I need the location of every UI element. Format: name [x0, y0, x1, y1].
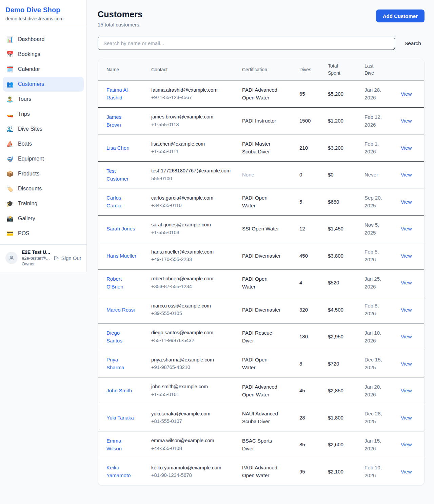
customer-last-dive: Dec 15, 2025 [364, 356, 386, 372]
customer-email: yuki.tanaka@example.com [151, 410, 231, 417]
view-customer-link[interactable]: View [401, 307, 412, 313]
sidebar-item-gallery[interactable]: 📸 Gallery [3, 211, 84, 226]
sidebar-item-pos[interactable]: 💳 POS [3, 226, 84, 241]
customer-certification: None [242, 171, 254, 179]
customer-phone: +39-555-0105 [151, 310, 234, 317]
customer-phone: +81-555-0107 [151, 417, 234, 425]
customer-last-dive: Feb 5, 2026 [364, 248, 386, 264]
customer-name-link[interactable]: Emma Wilson [106, 437, 137, 453]
sidebar-item-discounts[interactable]: 🏷️ Discounts [3, 181, 84, 196]
table-row: Diego Santos diego.santos@example.com +5… [98, 323, 424, 350]
sidebar-item-equipment[interactable]: 🤿 Equipment [3, 151, 84, 166]
customer-name-link[interactable]: John Smith [106, 387, 132, 394]
customer-name-link[interactable]: Test Customer [106, 167, 137, 183]
tours-icon: 🏝️ [6, 96, 14, 102]
customer-certification: PADI Advanced Open Water [242, 86, 282, 102]
boats-icon: ⛵ [6, 141, 14, 147]
customer-dives: 95 [295, 458, 324, 485]
customer-name-link[interactable]: Yuki Tanaka [106, 414, 134, 422]
column-header-dives: Dives [295, 59, 324, 80]
view-customer-link[interactable]: View [401, 361, 412, 367]
sidebar-item-bookings[interactable]: 📅 Bookings [3, 47, 84, 62]
table-row: Emma Wilson emma.wilson@example.com +44-… [98, 431, 424, 458]
sidebar-item-customers[interactable]: 👥 Customers [3, 77, 84, 92]
products-icon: 📦 [6, 171, 14, 177]
customer-certification: PADI Divemaster [242, 252, 281, 260]
customer-name-link[interactable]: Carlos Garcia [106, 194, 137, 210]
view-customer-link[interactable]: View [401, 253, 412, 259]
customer-name-link[interactable]: Diego Santos [106, 329, 137, 345]
customer-name-link[interactable]: Hans Mueller [106, 252, 136, 260]
dashboard-icon: 📊 [6, 37, 14, 42]
customer-name-link[interactable]: Priya Sharma [106, 356, 137, 372]
sign-out-label: Sign Out [61, 255, 81, 261]
customer-email: robert.obrien@example.com [151, 275, 231, 282]
customer-name-link[interactable]: Sarah Jones [106, 225, 135, 232]
customer-certification: PADI Instructor [242, 117, 276, 125]
add-customer-button[interactable]: Add Customer [376, 10, 425, 22]
customer-name-link[interactable]: Keiko Yamamoto [106, 464, 137, 480]
sidebar-item-training[interactable]: 🎓 Training [3, 196, 84, 211]
view-customer-link[interactable]: View [401, 145, 412, 151]
customers-table: Name Contact Certification Dives Total S… [98, 59, 424, 485]
customer-phone: +353-87-555-1234 [151, 283, 234, 290]
customer-dives: 210 [295, 134, 324, 162]
customer-phone: +1-555-0113 [151, 121, 234, 128]
page-title: Customers [98, 10, 142, 19]
column-header-total-spent: Total Spent [324, 59, 360, 80]
view-customer-link[interactable]: View [401, 415, 412, 421]
customer-email: marco.rossi@example.com [151, 302, 231, 310]
view-customer-link[interactable]: View [401, 226, 412, 231]
customer-name-link[interactable]: Robert O'Brien [106, 275, 137, 291]
sidebar-item-dashboard[interactable]: 📊 Dashboard [3, 32, 84, 47]
sidebar-item-products[interactable]: 📦 Products [3, 166, 84, 181]
customer-name-link[interactable]: James Brown [106, 113, 137, 129]
customer-total-spent: $2,950 [324, 323, 360, 350]
customer-email: carlos.garcia@example.com [151, 194, 231, 202]
sidebar-item-calendar[interactable]: 🗓️ Calendar [3, 62, 84, 77]
sidebar-item-dive-sites[interactable]: 🌊 Dive Sites [3, 122, 84, 136]
user-role: Owner [22, 261, 49, 266]
customer-certification: SSI Open Water [242, 225, 279, 232]
customer-certification: PADI Open Water [242, 356, 282, 372]
customer-last-dive: Jan 28, 2026 [364, 86, 386, 102]
view-customer-link[interactable]: View [401, 199, 412, 205]
customer-name-link[interactable]: Marco Rossi [106, 306, 135, 314]
customer-dives: 45 [295, 377, 324, 404]
customer-last-dive: Feb 1, 2026 [364, 140, 386, 156]
table-row: Lisa Chen lisa.chen@example.com +1-555-0… [98, 134, 424, 162]
view-customer-link[interactable]: View [401, 469, 412, 474]
customer-phone: +55-11-99876-5432 [151, 337, 234, 344]
view-customer-link[interactable]: View [401, 172, 412, 178]
view-customer-link[interactable]: View [401, 334, 412, 339]
customer-last-dive: Jan 20, 2026 [364, 383, 386, 399]
table-row: Test Customer test-1772681807767@example… [98, 161, 424, 188]
customer-name-link[interactable]: Fatima Al-Rashid [106, 86, 137, 102]
search-input[interactable] [98, 37, 395, 50]
customer-total-spent: $720 [324, 350, 360, 377]
customer-phone: 555-0100 [151, 175, 234, 182]
view-customer-link[interactable]: View [401, 442, 412, 447]
table-row: Sarah Jones sarah.jones@example.com +1-5… [98, 215, 424, 242]
brand-domain: demo.test.divestreams.com [5, 16, 81, 21]
sidebar-item-tours[interactable]: 🏝️ Tours [3, 92, 84, 107]
search-button[interactable]: Search [405, 40, 425, 46]
customer-total-spent: $2,850 [324, 377, 360, 404]
sign-out-button[interactable]: Sign Out [53, 255, 81, 261]
customer-email: sarah.jones@example.com [151, 221, 231, 228]
view-customer-link[interactable]: View [401, 280, 412, 285]
view-customer-link[interactable]: View [401, 388, 412, 393]
brand-name: Demo Dive Shop [5, 6, 81, 14]
view-customer-link[interactable]: View [401, 91, 412, 97]
sidebar-item-trips[interactable]: 🚤 Trips [3, 107, 84, 122]
customer-phone: +44-555-0108 [151, 445, 234, 452]
customer-total-spent: $1,200 [324, 107, 360, 134]
sidebar-header: Demo Dive Shop demo.test.divestreams.com [0, 0, 86, 27]
customer-name-link[interactable]: Lisa Chen [106, 144, 130, 152]
view-customer-link[interactable]: View [401, 118, 412, 124]
dive-sites-icon: 🌊 [6, 126, 14, 132]
customer-count: 15 total customers [98, 22, 142, 27]
sidebar-item-boats[interactable]: ⛵ Boats [3, 136, 84, 151]
customer-last-dive: Nov 5, 2025 [364, 221, 386, 237]
table-row: Fatima Al-Rashid fatima.alrashid@example… [98, 80, 424, 108]
